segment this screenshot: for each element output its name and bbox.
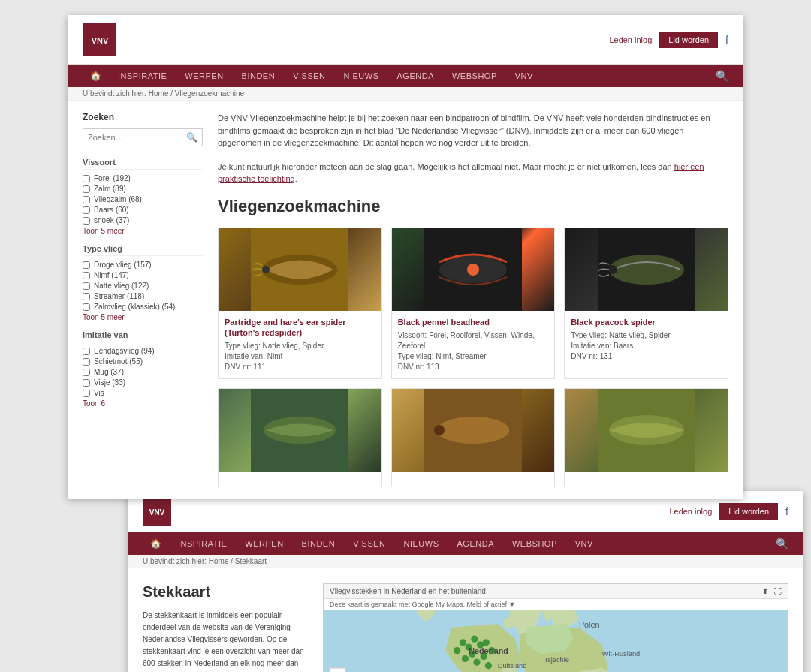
checkbox-zalmvlieg[interactable]: [83, 303, 90, 311]
join-button[interactable]: Lid worden: [659, 32, 718, 48]
nav-inspiratie[interactable]: INSPIRATIE: [109, 65, 176, 86]
checkbox-droge[interactable]: [83, 261, 90, 269]
fly-imitatie-3: Imitatie van: Baars: [571, 341, 722, 351]
fly-image-1: [219, 228, 381, 311]
fly-vissoort-2: Vissoort: Forel, Rooiforel, Vissen, Wind…: [398, 330, 549, 351]
svg-text:Tsjechië: Tsjechië: [544, 656, 569, 664]
map-inner[interactable]: VK Noorwegen Zweden Polen Wit-Rusland Sp…: [324, 610, 788, 672]
fly-card-6[interactable]: [564, 388, 728, 487]
label-forel: Forel (192): [94, 174, 131, 182]
map-expand-icon[interactable]: ⛶: [774, 587, 782, 595]
map-share-icon[interactable]: ⬆: [762, 587, 768, 595]
facebook-icon[interactable]: f: [725, 34, 728, 46]
filter-item-natte: Natte vlieg (122): [83, 282, 203, 290]
checkbox-baars[interactable]: [83, 206, 90, 214]
map-toolbar: Vliegvisstekken in Nederland en het buit…: [324, 584, 788, 599]
fly-card-3[interactable]: Black peacock spider Type vlieg: Natte v…: [564, 228, 728, 380]
stekkaart-nav-agenda[interactable]: AGENDA: [448, 533, 503, 554]
checkbox-eendagsvlieg[interactable]: [83, 348, 90, 355]
fly-card-4[interactable]: [218, 388, 382, 487]
svg-point-9: [609, 255, 684, 285]
checkbox-vis[interactable]: [83, 390, 90, 397]
fly-card-body-1: Partridge and hare's ear spider (Turton'…: [219, 311, 381, 379]
fly-card-1[interactable]: Partridge and hare's ear spider (Turton'…: [218, 228, 382, 380]
nav-agenda[interactable]: AGENDA: [388, 65, 443, 86]
checkbox-streamer[interactable]: [83, 293, 90, 300]
stekkaart-login-button[interactable]: Leden inlog: [669, 507, 712, 516]
label-zalmvlieg: Zalmvlieg (klassiek) (54): [94, 303, 175, 311]
stekkaart-nav-vnv[interactable]: VNV: [566, 533, 602, 554]
fly-card-body-3: Black peacock spider Type vlieg: Natte v…: [565, 311, 728, 368]
map-subtitle: Deze kaart is gemaakt met Google My Maps…: [324, 599, 788, 610]
stekkaart-nav-inspiratie[interactable]: INSPIRATIE: [169, 533, 236, 554]
fly-card-body-5: [392, 472, 555, 487]
stekkaart-logo-icon[interactable]: VNV: [143, 497, 171, 526]
search-input-wrap[interactable]: 🔍: [83, 128, 203, 146]
nav-werpen[interactable]: WERPEN: [176, 65, 232, 86]
stekkaart-nav-werpen[interactable]: WERPEN: [236, 533, 292, 554]
label-droge: Droge vlieg (157): [94, 261, 152, 269]
checkbox-vliegzalm[interactable]: [83, 196, 90, 203]
content-intro: De VNV-Vliegenzoekmachine helpt je bij h…: [218, 112, 728, 149]
checkbox-visje[interactable]: [83, 379, 90, 387]
stekkaart-nav-vissen[interactable]: VISSEN: [344, 533, 394, 554]
checkbox-schietmot[interactable]: [83, 358, 90, 366]
map-container[interactable]: Vliegvisstekken in Nederland en het buit…: [323, 583, 788, 672]
intro2-text: Je kunt natuurlijk hieronder meteen aan …: [218, 162, 672, 171]
stekkaart-title: Stekkaart: [143, 583, 308, 601]
checkbox-zalm[interactable]: [83, 185, 90, 193]
nav-vnv[interactable]: VNV: [506, 65, 542, 86]
fly-card-body-6: [565, 472, 728, 487]
breadcrumb: U bevindt zich hier: Home / Vliegenzoekm…: [68, 87, 743, 101]
label-schietmot: Schietmot (55): [94, 357, 143, 366]
nav-home[interactable]: 🏠: [83, 65, 109, 87]
filter-item-mug: Mug (37): [83, 368, 203, 376]
map-toolbar-icons: ⬆ ⛶: [762, 587, 782, 595]
nav-binden[interactable]: BINDEN: [233, 65, 285, 86]
nav-webshop[interactable]: WEBSHOP: [443, 65, 506, 86]
type-vlieg-show-more[interactable]: Toon 5 meer: [83, 313, 203, 321]
stekkaart-nav-home[interactable]: 🏠: [143, 532, 169, 555]
login-button[interactable]: Leden inlog: [609, 35, 652, 44]
filter-item-forel: Forel (192): [83, 174, 203, 182]
stekkaart-nav-nieuws[interactable]: NIEUWS: [395, 533, 448, 554]
stekkaart-p1: De stekkenkaart is inmiddels een populai…: [143, 610, 308, 672]
stekkaart-nav-webshop[interactable]: WEBSHOP: [503, 533, 566, 554]
checkbox-snoek[interactable]: [83, 217, 90, 225]
svg-point-14: [437, 417, 509, 444]
fly-card-grid: Partridge and hare's ear spider (Turton'…: [218, 228, 728, 488]
checkbox-natte[interactable]: [83, 282, 90, 290]
stekkaart-facebook-icon[interactable]: f: [785, 505, 788, 517]
checkbox-nimf[interactable]: [83, 272, 90, 279]
nav-nieuws[interactable]: NIEUWS: [335, 65, 388, 86]
fly-type-1: Type vlieg: Natte vlieg, Spider: [225, 341, 375, 351]
svg-text:VNV: VNV: [91, 36, 108, 45]
stekkaart-nav-binden[interactable]: BINDEN: [293, 533, 345, 554]
label-eendagsvlieg: Eendagsvlieg (94): [94, 347, 155, 355]
vissoort-show-more[interactable]: Toon 5 meer: [83, 227, 203, 235]
stekkaart-nav: 🏠 INSPIRATIE WERPEN BINDEN VISSEN NIEUWS…: [128, 532, 803, 555]
fly-card-5[interactable]: [391, 388, 556, 487]
fly-card-detail-2: Vissoort: Forel, Rooiforel, Vissen, Wind…: [398, 330, 549, 372]
header-right: Leden inlog Lid worden f: [609, 32, 728, 48]
label-zalm: Zalm (89): [94, 185, 126, 193]
imitatie-show-more[interactable]: Toon 6: [83, 399, 203, 408]
site-header: VNV Leden inlog Lid worden f: [68, 15, 743, 65]
filter-item-nimf: Nimf (147): [83, 271, 203, 279]
search-title: Zoeken: [83, 112, 203, 122]
fly-card-title-3: Black peacock spider: [571, 317, 722, 327]
type-vlieg-filter: Type vlieg Droge vlieg (157) Nimf (147) …: [83, 244, 203, 321]
checkbox-mug[interactable]: [83, 369, 90, 376]
search-input[interactable]: [88, 133, 186, 142]
filter-item-baars: Baars (60): [83, 206, 203, 214]
stekkaart-join-button[interactable]: Lid worden: [719, 503, 778, 520]
logo-icon[interactable]: VNV: [83, 23, 116, 56]
svg-point-31: [485, 662, 492, 669]
checkbox-forel[interactable]: [83, 175, 90, 182]
fly-card-2[interactable]: Black pennel beadhead Vissoort: Forel, R…: [391, 228, 556, 380]
search-icon[interactable]: 🔍: [716, 70, 728, 82]
nav-vissen[interactable]: VISSEN: [284, 65, 334, 86]
stekkaart-search-icon[interactable]: 🔍: [776, 538, 788, 550]
svg-text:VNV: VNV: [149, 508, 165, 517]
map-title: Vliegvisstekken in Nederland en het buit…: [330, 587, 486, 595]
